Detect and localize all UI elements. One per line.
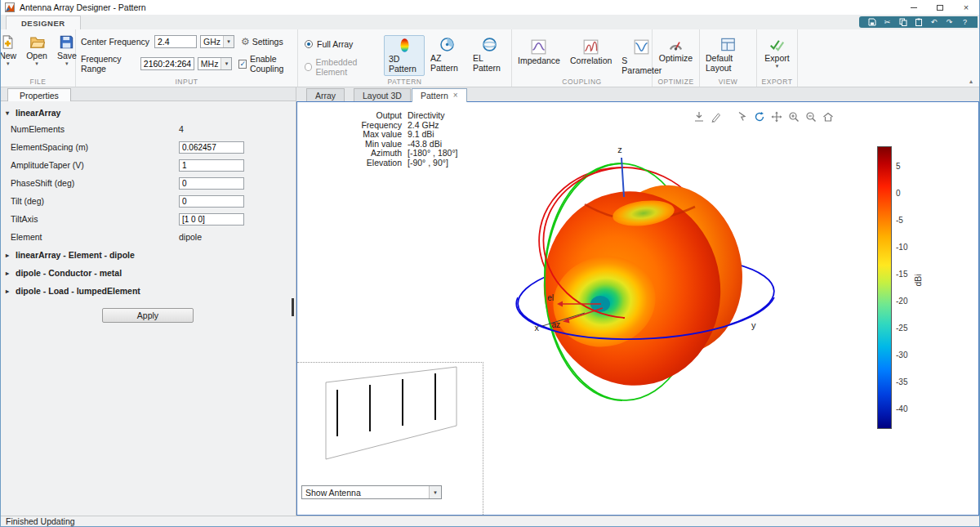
el-pattern-button[interactable]: EL Pattern — [469, 35, 510, 74]
property-label: TiltAxis — [1, 214, 179, 224]
minimize-button[interactable] — [901, 0, 927, 15]
red-circle — [532, 159, 718, 327]
pattern-plot-area[interactable]: OutputDirectivity Frequency2.4 GHz Max v… — [296, 101, 979, 516]
cut-icon[interactable]: ✂ — [883, 18, 892, 27]
export-plot-icon[interactable] — [693, 110, 706, 123]
unit-caret-icon: ▾ — [223, 36, 234, 47]
new-icon — [0, 34, 16, 50]
el-arrowhead — [557, 301, 563, 307]
help-icon[interactable]: ? — [960, 18, 969, 27]
tab-properties[interactable]: Properties — [7, 88, 71, 101]
toolbar-separator — [727, 110, 732, 123]
center-frequency-unit-select[interactable]: GHz ▾ — [200, 35, 234, 48]
property-row-phaseshift: PhaseShift (deg) — [1, 174, 296, 192]
undo-icon[interactable]: ↶ — [929, 18, 938, 27]
section-optimize: Optimize OPTIMIZE — [653, 29, 700, 87]
group-conductor-metal[interactable]: ▸ dipole - Conductor - metal — [1, 264, 296, 282]
enable-coupling-checkbox-row[interactable]: ✓ Enable Coupling — [238, 54, 299, 74]
tab-array[interactable]: Array — [306, 88, 345, 101]
paste-icon[interactable] — [914, 18, 923, 27]
azimuth-circle-front — [516, 297, 774, 339]
tab-pattern[interactable]: Pattern × — [412, 88, 467, 102]
property-row-element: Element dipole — [1, 228, 296, 246]
save-icon[interactable] — [867, 18, 876, 27]
colorbar-unit-label: dBi — [913, 274, 923, 286]
property-label: AmplitudeTaper (V) — [1, 160, 179, 170]
app-icon — [5, 2, 15, 12]
export-button[interactable]: Export ▾ — [760, 33, 793, 69]
frequency-range-unit-select[interactable]: MHz ▾ — [198, 57, 233, 70]
new-button[interactable]: New ▾ — [0, 33, 20, 67]
section-label-file: FILE — [1, 78, 75, 86]
azimuth-circle — [516, 250, 777, 345]
tree-root-lineararray[interactable]: ▾ linearArray — [1, 105, 296, 120]
settings-button[interactable]: ⚙ Settings — [241, 37, 283, 47]
pattern-null-core — [590, 296, 610, 312]
center-frequency-input[interactable] — [154, 35, 197, 48]
maximize-button[interactable] — [927, 0, 953, 15]
ribbon-toolbar: New ▾ Open ▾ Save ▾ FILE Center Frequenc… — [1, 29, 979, 87]
open-button[interactable]: Open ▾ — [22, 33, 51, 67]
restore-view-icon[interactable] — [822, 110, 835, 123]
apply-button[interactable]: Apply — [102, 308, 194, 323]
status-text: Finished Updating — [6, 516, 75, 526]
pattern-crease — [585, 204, 695, 220]
collapsed-icon: ▸ — [6, 288, 12, 295]
amplitude-taper-input[interactable] — [179, 159, 244, 172]
save-dropdown-caret: ▾ — [65, 61, 69, 65]
title-bar: Antenna Array Designer - Pattern × — [1, 0, 979, 15]
group-load-lumpedelement[interactable]: ▸ dipole - Load - lumpedElement — [1, 282, 296, 300]
toolbar-filler: ▴ — [798, 29, 979, 87]
optimize-button[interactable]: Optimize — [655, 33, 697, 65]
property-label: Tilt (deg) — [1, 196, 179, 206]
window-title: Antenna Array Designer - Pattern — [20, 2, 146, 12]
zoom-out-icon[interactable] — [804, 110, 817, 123]
rotate-icon[interactable] — [753, 110, 766, 123]
panel-splitter-handle[interactable] — [292, 298, 294, 316]
property-row-tiltaxis: TiltAxis — [1, 210, 296, 228]
close-tab-icon[interactable]: × — [453, 92, 458, 100]
frequency-range-label: Frequency Range — [81, 54, 137, 74]
pattern-3d-button[interactable]: 3D Pattern — [384, 35, 425, 76]
pan-icon[interactable] — [770, 110, 783, 123]
az-pattern-button[interactable]: AZ Pattern — [426, 35, 467, 74]
section-pattern: Full Array Embedded Element — [298, 29, 512, 87]
redo-icon[interactable]: ↷ — [945, 18, 954, 27]
optimize-icon — [668, 37, 684, 52]
frequency-range-input[interactable] — [140, 57, 194, 70]
copy-icon[interactable] — [898, 18, 907, 27]
radio-unselected-icon — [305, 63, 312, 71]
colorbar-tick: 5 — [896, 162, 901, 171]
full-array-radio[interactable]: Full Array — [305, 39, 377, 49]
colorbar-tick: -15 — [896, 270, 907, 279]
az-pattern-icon — [439, 37, 455, 52]
info-label: Output — [346, 111, 402, 121]
default-layout-button[interactable]: Default Layout — [702, 33, 755, 74]
tab-designer[interactable]: DESIGNER — [6, 16, 81, 29]
colorbar-tick: -35 — [896, 377, 907, 386]
phase-shift-input[interactable] — [179, 177, 244, 190]
tab-layout-3d[interactable]: Layout 3D — [354, 88, 411, 101]
colorbar-tick: -25 — [896, 324, 907, 333]
correlation-button[interactable]: Correlation — [566, 35, 616, 67]
brush-icon[interactable] — [710, 110, 723, 123]
plot-panel: Array Layout 3D Pattern × OutputDirectiv… — [296, 87, 979, 516]
radio-selected-icon — [305, 40, 313, 48]
datatip-icon[interactable] — [736, 110, 749, 123]
section-input: Center Frequency GHz ▾ ⚙ Settings Freque… — [76, 29, 298, 87]
show-antenna-select[interactable]: Show Antenna ▾ — [301, 485, 442, 499]
embedded-element-radio[interactable]: Embedded Element — [305, 57, 377, 77]
group-element-dipole[interactable]: ▸ linearArray - Element - dipole — [1, 246, 296, 264]
close-button[interactable]: × — [953, 0, 979, 15]
pattern-null-rings — [544, 245, 666, 357]
tilt-input[interactable] — [179, 195, 244, 208]
impedance-button[interactable]: Impedance — [514, 35, 564, 67]
collapse-ribbon-icon[interactable]: ▴ — [969, 78, 973, 85]
colorbar-tick: -20 — [896, 297, 907, 306]
element-spacing-input[interactable] — [179, 141, 244, 154]
property-label: ElementSpacing (m) — [1, 142, 179, 152]
tilt-axis-input[interactable] — [179, 213, 244, 226]
property-value: 4 — [179, 124, 184, 134]
zoom-in-icon[interactable] — [787, 110, 800, 123]
section-coupling: Impedance Correlation S Parameter COUPLI… — [512, 29, 653, 87]
